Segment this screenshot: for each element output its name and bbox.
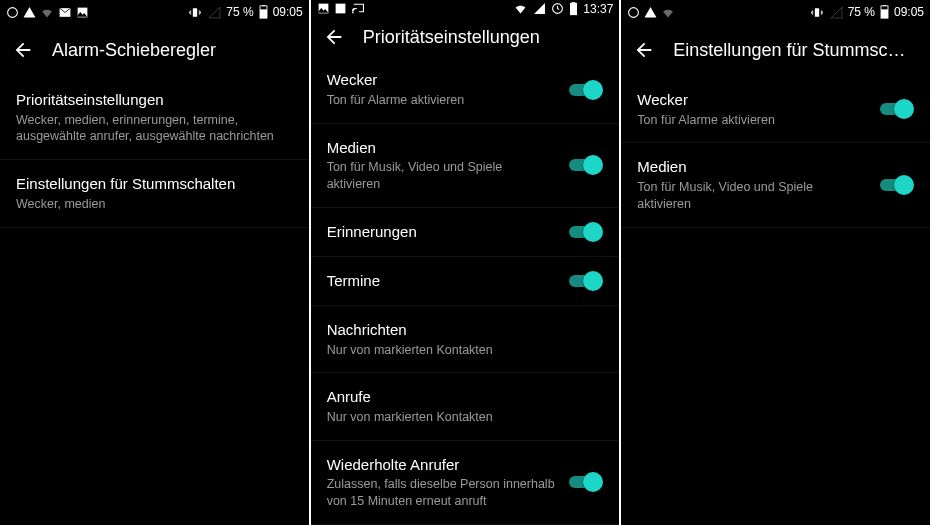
- row-subtitle: Nur von markierten Kontakten: [327, 409, 604, 426]
- svg-rect-15: [881, 9, 888, 18]
- row-anrufe[interactable]: AnrufeNur von markierten Kontakten: [311, 373, 620, 440]
- app-bar: Prioritätseinstellungen: [311, 18, 620, 57]
- row-wiederholte-anrufer[interactable]: Wiederholte AnruferZulassen, falls diese…: [311, 441, 620, 525]
- clock-icon: [551, 2, 564, 15]
- row-title: Einstellungen für Stummschalten: [16, 174, 293, 194]
- svg-rect-7: [335, 4, 345, 14]
- status-bar: 75 % 09:05: [0, 0, 309, 24]
- vibrate-icon: [187, 6, 203, 19]
- battery-icon: [569, 2, 578, 16]
- settings-list: WeckerTon für Alarme aktivieren MedienTo…: [621, 76, 930, 525]
- status-right: 75 % 09:05: [187, 5, 302, 19]
- clock-text: 13:37: [583, 2, 613, 16]
- warning-icon: [23, 6, 36, 19]
- toggle-switch[interactable]: [880, 99, 914, 119]
- row-termine[interactable]: Termine: [311, 257, 620, 306]
- row-priority-settings[interactable]: Prioritätseinstellungen Wecker, medien, …: [0, 76, 309, 160]
- row-subtitle: Ton für Alarme aktivieren: [637, 112, 868, 129]
- app-bar: Alarm-Schieberegler: [0, 24, 309, 76]
- row-subtitle: Wecker, medien: [16, 196, 293, 213]
- page-title: Alarm-Schieberegler: [52, 40, 216, 61]
- signal-icon: [208, 6, 221, 19]
- clock-text: 09:05: [894, 5, 924, 19]
- status-bar: 75 % 09:05: [621, 0, 930, 24]
- row-title: Anrufe: [327, 387, 604, 407]
- clock-text: 09:05: [273, 5, 303, 19]
- svg-rect-5: [260, 9, 267, 18]
- row-title: Prioritätseinstellungen: [16, 90, 293, 110]
- svg-rect-9: [570, 3, 577, 15]
- svg-rect-12: [814, 8, 818, 17]
- status-bar: 13:37: [311, 0, 620, 18]
- row-subtitle: Ton für Musik, Video und Spiele aktivier…: [637, 179, 868, 213]
- row-wecker[interactable]: WeckerTon für Alarme aktivieren: [311, 56, 620, 123]
- page-title: Prioritätseinstellungen: [363, 27, 540, 48]
- row-subtitle: Ton für Musik, Video und Spiele aktivier…: [327, 159, 558, 193]
- toggle-switch[interactable]: [569, 155, 603, 175]
- toggle-switch[interactable]: [569, 80, 603, 100]
- battery-icon: [259, 5, 268, 19]
- settings-list: Prioritätseinstellungen Wecker, medien, …: [0, 76, 309, 525]
- app-bar: Einstellungen für Stummsc…: [621, 24, 930, 76]
- row-nachrichten[interactable]: NachrichtenNur von markierten Kontakten: [311, 306, 620, 373]
- toggle-switch[interactable]: [569, 472, 603, 492]
- row-subtitle: Wecker, medien, erinnerungen, termine, a…: [16, 112, 293, 146]
- svg-rect-10: [572, 2, 576, 3]
- status-left: [6, 6, 89, 19]
- signal-icon: [830, 6, 843, 19]
- row-wecker[interactable]: WeckerTon für Alarme aktivieren: [621, 76, 930, 143]
- status-right: 75 % 09:05: [809, 5, 924, 19]
- row-subtitle: Ton für Alarme aktivieren: [327, 92, 558, 109]
- row-medien[interactable]: MedienTon für Musik, Video und Spiele ak…: [621, 143, 930, 227]
- phone-screen-1: 75 % 09:05 Alarm-Schieberegler Priorität…: [0, 0, 309, 525]
- row-mute-settings[interactable]: Einstellungen für Stummschalten Wecker, …: [0, 160, 309, 227]
- circle-icon: [6, 6, 19, 19]
- row-title: Medien: [327, 138, 558, 158]
- status-left: [317, 2, 365, 15]
- battery-text: 75 %: [226, 5, 253, 19]
- phone-screen-2: 13:37 Prioritätseinstellungen WeckerTon …: [311, 0, 620, 525]
- back-button[interactable]: [12, 39, 34, 61]
- row-title: Wecker: [327, 70, 558, 90]
- row-medien[interactable]: MedienTon für Musik, Video und Spiele ak…: [311, 124, 620, 208]
- wifi-dim-icon: [40, 6, 54, 19]
- row-erinnerungen[interactable]: Erinnerungen: [311, 208, 620, 257]
- toggle-switch[interactable]: [880, 175, 914, 195]
- svg-rect-4: [261, 5, 265, 6]
- mail-icon: [58, 6, 72, 19]
- status-right: 13:37: [513, 2, 613, 16]
- app-icon: [334, 2, 347, 15]
- row-title: Wiederholte Anrufer: [327, 455, 558, 475]
- wifi-icon: [513, 2, 528, 15]
- back-button[interactable]: [323, 26, 345, 48]
- toggle-switch[interactable]: [569, 271, 603, 291]
- svg-point-11: [629, 7, 639, 17]
- back-button[interactable]: [633, 39, 655, 61]
- vibrate-icon: [809, 6, 825, 19]
- row-subtitle: Zulassen, falls dieselbe Person innerhal…: [327, 476, 558, 510]
- warning-icon: [644, 6, 657, 19]
- row-title: Wecker: [637, 90, 868, 110]
- image-icon: [317, 2, 330, 15]
- svg-rect-14: [883, 5, 887, 6]
- row-title: Nachrichten: [327, 320, 604, 340]
- row-title: Medien: [637, 157, 868, 177]
- page-title: Einstellungen für Stummsc…: [673, 40, 905, 61]
- circle-icon: [627, 6, 640, 19]
- row-title: Termine: [327, 271, 558, 291]
- toggle-switch[interactable]: [569, 222, 603, 242]
- battery-icon: [880, 5, 889, 19]
- battery-text: 75 %: [848, 5, 875, 19]
- cast-icon: [351, 2, 365, 15]
- phone-screen-3: 75 % 09:05 Einstellungen für Stummsc… We…: [621, 0, 930, 525]
- status-left: [627, 6, 675, 19]
- svg-point-0: [8, 7, 18, 17]
- settings-list: WeckerTon für Alarme aktivieren MedienTo…: [311, 56, 620, 525]
- image-icon: [76, 6, 89, 19]
- row-title: Erinnerungen: [327, 222, 558, 242]
- svg-rect-2: [193, 8, 197, 17]
- row-subtitle: Nur von markierten Kontakten: [327, 342, 604, 359]
- signal-icon: [533, 2, 546, 15]
- wifi-dim-icon: [661, 6, 675, 19]
